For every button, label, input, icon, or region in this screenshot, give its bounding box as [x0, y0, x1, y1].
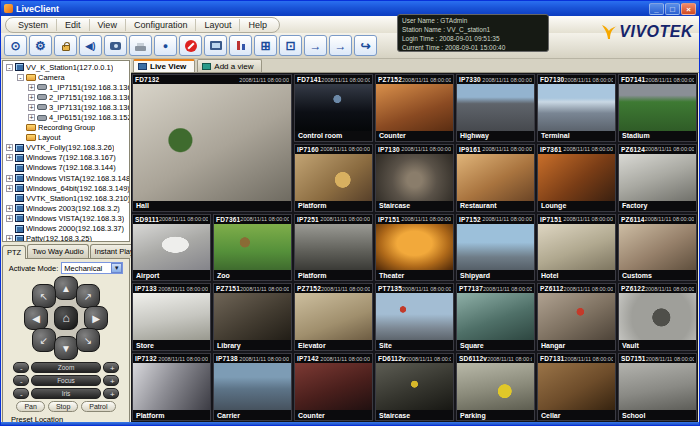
camera-tile[interactable]: PZ6124 2008/11/11 08:00:00 Factory	[618, 144, 697, 212]
tree-item[interactable]: + Windows 7(192.168.3.167)	[3, 153, 129, 163]
camera-tile[interactable]: IP7152 2008/11/11 08:00:00 Shipyard	[456, 214, 535, 282]
focus-far-button[interactable]: +	[103, 375, 119, 386]
camera-tile[interactable]: SD6112v 2008/11/11 08:00:00 Parking	[456, 353, 535, 421]
ptz-down-right-button[interactable]: ↘	[76, 328, 100, 352]
camera-video[interactable]	[457, 363, 534, 410]
camera-tile[interactable]: PT7135 2008/11/11 08:00:00 Site	[375, 283, 454, 351]
tree-expander-icon[interactable]: +	[6, 235, 13, 242]
tab-two-way-audio[interactable]: Two Way Audio	[27, 244, 88, 258]
camera-tile[interactable]: FD6112v 2008/11/11 08:00:00 Staircase	[375, 353, 454, 421]
zoom-slider[interactable]: Zoom	[31, 362, 101, 373]
tree-item[interactable]: + 1_IP7151(192.168.3.136)	[3, 82, 129, 92]
next-layout-button[interactable]: →	[304, 35, 327, 56]
tree-item[interactable]: + VVTK_Folly(192.168.3.26)	[3, 143, 129, 153]
tab-add-a-view[interactable]: Add a view	[197, 59, 262, 72]
camera-video[interactable]	[619, 363, 696, 410]
tree-item[interactable]: + 4_IP6151(192.168.3.152)	[3, 112, 129, 122]
camera-tile[interactable]: SD7151 2008/11/11 08:00:00 School	[618, 353, 697, 421]
tree-item[interactable]: + Windows 2003(192.168.3.2)	[3, 203, 129, 213]
camera-tile[interactable]: IP7133 2008/11/11 08:00:00 Store	[132, 283, 211, 351]
menu-system[interactable]: System	[10, 19, 57, 31]
layout-grid-button[interactable]: ⊞	[254, 35, 277, 56]
fullscreen-button[interactable]: ⊡	[279, 35, 302, 56]
camera-video[interactable]	[457, 84, 534, 131]
unlock-button[interactable]	[54, 35, 77, 56]
camera-video[interactable]	[457, 154, 534, 201]
camera-video[interactable]	[295, 154, 372, 201]
menu-configuration[interactable]: Configuration	[126, 19, 197, 31]
camera-video[interactable]	[295, 84, 372, 131]
tree-item[interactable]: Windows 7(192.168.3.144)	[3, 163, 129, 173]
menu-edit[interactable]: Edit	[57, 19, 90, 31]
tree-item[interactable]: + Windows VISTA(192.168.3.3)	[3, 213, 129, 223]
stop-button[interactable]: Stop	[48, 401, 78, 412]
tree-item[interactable]: + 3_IP7131(192.168.3.136)	[3, 102, 129, 112]
ptz-home-button[interactable]: ⌂	[54, 306, 78, 330]
tree-expander-icon[interactable]: -	[17, 74, 24, 81]
ptz-left-button[interactable]: ◀	[24, 306, 48, 330]
camera-tile[interactable]: IP7251 2008/11/11 08:00:00 Platform	[294, 214, 373, 282]
camera-tile[interactable]: IP7151 2008/11/11 08:00:00 Theater	[375, 214, 454, 282]
camera-video[interactable]	[214, 224, 291, 271]
camera-tile[interactable]: IP9161 2008/11/11 08:00:00 Restaurant	[456, 144, 535, 212]
tree-item[interactable]: + Windows VISTA(192.168.3.148)	[3, 173, 129, 183]
tree-expander-icon[interactable]: +	[6, 175, 13, 182]
iris-open-button[interactable]: +	[103, 388, 119, 399]
tab-live-view[interactable]: Live View	[133, 59, 195, 72]
tree-item[interactable]: Recording Group	[3, 123, 129, 133]
tree-item[interactable]: + Windows_64bit(192.168.3.149)	[3, 183, 129, 193]
camera-tile[interactable]: IP7160 2008/11/11 08:00:00 Platform	[294, 144, 373, 212]
tree-expander-icon[interactable]: +	[28, 84, 35, 91]
menu-layout[interactable]: Layout	[196, 19, 240, 31]
alarm-stop-button[interactable]	[179, 35, 202, 56]
camera-tile[interactable]: IP7130 2008/11/11 08:00:00 Staircase	[375, 144, 454, 212]
patrol-button[interactable]: Patrol	[81, 401, 115, 412]
camera-video[interactable]	[133, 363, 210, 410]
camera-video[interactable]	[376, 293, 453, 340]
two-way-audio-button[interactable]	[229, 35, 252, 56]
camera-tile[interactable]: PZ7152 2008/11/11 08:00:00 Counter	[375, 74, 454, 142]
camera-video[interactable]	[376, 154, 453, 201]
print-button[interactable]	[129, 35, 152, 56]
focus-near-button[interactable]: -	[13, 375, 29, 386]
camera-video[interactable]	[619, 293, 696, 340]
tree-item[interactable]: + 2_IP7151(192.168.3.136)	[3, 92, 129, 102]
tree-expander-icon[interactable]: +	[6, 205, 13, 212]
camera-video[interactable]	[538, 84, 615, 131]
tree-item[interactable]: - VV_K_Station1(127.0.0.1)	[3, 62, 129, 72]
camera-tile[interactable]: IP7142 2008/11/11 08:00:00 Counter	[294, 353, 373, 421]
camera-video[interactable]	[133, 84, 291, 201]
tree-item[interactable]: VVTK_Station1(192.168.3.210)	[3, 193, 129, 203]
relogin-button[interactable]: ↪	[354, 35, 377, 56]
camera-video[interactable]	[295, 293, 372, 340]
camera-video[interactable]	[376, 84, 453, 131]
next-page-button[interactable]: →	[329, 35, 352, 56]
camera-tile[interactable]: PT7137 2008/11/11 08:00:00 Square	[456, 283, 535, 351]
camera-tile[interactable]: SD9111 2008/11/11 08:00:00 Airport	[132, 214, 211, 282]
tree-expander-icon[interactable]: -	[6, 64, 13, 71]
camera-tile[interactable]: PZ6114 2008/11/11 08:00:00 Customs	[618, 214, 697, 282]
camera-tile[interactable]: PZ6122 2008/11/11 08:00:00 Vault	[618, 283, 697, 351]
power-button[interactable]: ⊙	[4, 35, 27, 56]
tree-expander-icon[interactable]: +	[28, 104, 35, 111]
camera-tile[interactable]: FD7130 2008/11/11 08:00:00 Terminal	[537, 74, 616, 142]
camera-tile[interactable]: FD7141 2008/11/11 08:00:00 Control room	[294, 74, 373, 142]
tree-item[interactable]: - Camera	[3, 72, 129, 82]
camera-tile[interactable]: IP7361 2008/11/11 08:00:00 Lounge	[537, 144, 616, 212]
zoom-in-button[interactable]: +	[103, 362, 119, 373]
camera-video[interactable]	[295, 224, 372, 271]
tree-expander-icon[interactable]: +	[28, 94, 35, 101]
iris-slider[interactable]: Iris	[31, 388, 101, 399]
zoom-out-button[interactable]: -	[13, 362, 29, 373]
camera-video[interactable]	[214, 363, 291, 410]
menu-view[interactable]: View	[90, 19, 126, 31]
camera-tile[interactable]: IP7132 2008/11/11 08:00:00 Platform	[132, 353, 211, 421]
camera-video[interactable]	[619, 84, 696, 131]
camera-video[interactable]	[457, 224, 534, 271]
ptz-right-button[interactable]: ▶	[84, 306, 108, 330]
ptz-up-right-button[interactable]: ↗	[76, 284, 100, 308]
camera-video[interactable]	[214, 293, 291, 340]
camera-video[interactable]	[376, 363, 453, 410]
emap-button[interactable]	[204, 35, 227, 56]
tree-expander-icon[interactable]: +	[6, 144, 13, 151]
